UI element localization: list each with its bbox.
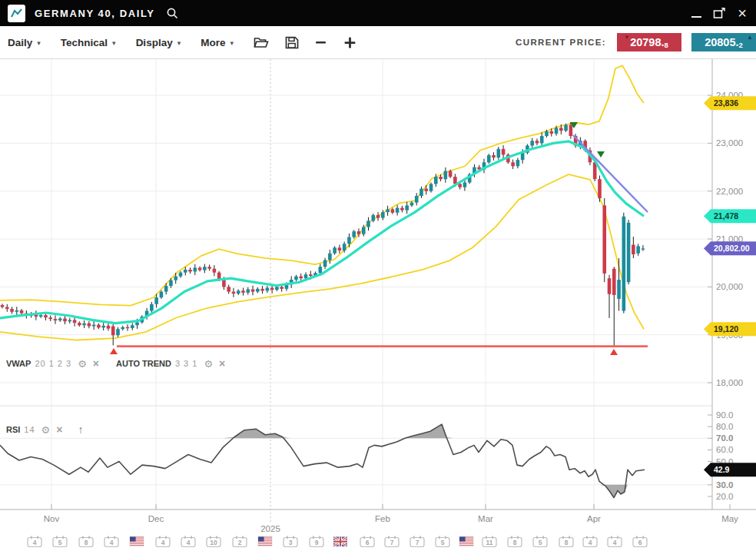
candle[interactable]	[131, 325, 134, 328]
candle[interactable]	[48, 317, 52, 319]
candle[interactable]	[497, 149, 501, 158]
candle[interactable]	[333, 247, 337, 253]
vwap-settings-gear-icon[interactable]: ⚙	[78, 359, 87, 369]
candle[interactable]	[164, 286, 168, 291]
candle[interactable]	[463, 182, 467, 187]
candle[interactable]	[617, 280, 621, 299]
candle[interactable]	[63, 318, 67, 321]
candle[interactable]	[530, 141, 534, 145]
candle[interactable]	[555, 128, 559, 133]
candle[interactable]	[213, 269, 217, 273]
candle[interactable]	[174, 277, 177, 280]
candle[interactable]	[241, 290, 245, 292]
candle[interactable]	[352, 231, 356, 237]
candle[interactable]	[391, 209, 395, 212]
candle[interactable]	[400, 207, 404, 210]
candle[interactable]	[266, 288, 270, 291]
candle[interactable]	[304, 274, 308, 278]
calendar-day-icon[interactable]: 5	[533, 536, 547, 547]
calendar-day-icon[interactable]: 8	[79, 536, 93, 547]
popout-button[interactable]	[713, 8, 726, 19]
calendar-day-icon[interactable]: 4	[156, 536, 170, 547]
candle[interactable]	[453, 177, 457, 184]
calendar-day-icon[interactable]: 4	[583, 536, 597, 547]
candle[interactable]	[540, 136, 544, 143]
candle[interactable]	[642, 248, 645, 249]
candle[interactable]	[366, 221, 370, 227]
calendar-day-icon[interactable]: 4	[104, 536, 118, 547]
candle[interactable]	[88, 324, 91, 327]
candle[interactable]	[381, 212, 385, 217]
calendar-day-icon[interactable]: 2	[233, 536, 247, 547]
save-icon[interactable]	[285, 36, 299, 49]
search-icon[interactable]	[166, 7, 179, 20]
rsi-remove-icon[interactable]: ×	[56, 424, 62, 435]
candle[interactable]	[82, 324, 86, 325]
candle[interactable]	[511, 162, 515, 166]
move-pane-up-icon[interactable]: ↑	[78, 423, 83, 436]
candle[interactable]	[97, 325, 101, 328]
candle[interactable]	[569, 125, 573, 136]
candle[interactable]	[627, 223, 631, 282]
autotrend-settings-gear-icon[interactable]: ⚙	[204, 359, 213, 369]
candle[interactable]	[502, 149, 506, 154]
close-button[interactable]: ×	[738, 6, 747, 20]
candle[interactable]	[415, 196, 419, 203]
candle[interactable]	[260, 289, 264, 290]
candle[interactable]	[246, 289, 250, 292]
candle[interactable]	[487, 155, 491, 162]
candle[interactable]	[111, 326, 115, 335]
candle[interactable]	[564, 125, 568, 131]
calendar-day-icon[interactable]: 11	[482, 536, 496, 547]
candle[interactable]	[458, 184, 462, 187]
candle[interactable]	[150, 304, 154, 311]
candle[interactable]	[251, 289, 255, 291]
candle[interactable]	[410, 203, 414, 206]
menu-daily[interactable]: Daily ▾	[8, 37, 41, 48]
buy-price-button[interactable]: 20805.2 ▲	[691, 33, 756, 51]
candle[interactable]	[636, 246, 640, 253]
candle[interactable]	[44, 315, 48, 317]
calendar-day-icon[interactable]: 3	[284, 536, 297, 547]
calendar-day-icon[interactable]: 8	[559, 536, 573, 547]
minimize-button[interactable]	[691, 9, 701, 18]
candle[interactable]	[549, 131, 553, 134]
candle[interactable]	[545, 131, 549, 136]
candle[interactable]	[39, 315, 43, 317]
candle[interactable]	[602, 205, 606, 274]
calendar-day-icon[interactable]: 7	[385, 536, 399, 547]
candle[interactable]	[612, 269, 616, 295]
calendar-day-icon[interactable]: 6	[360, 536, 374, 547]
candle[interactable]	[203, 267, 207, 270]
candle[interactable]	[10, 309, 14, 312]
candle[interactable]	[319, 267, 323, 273]
price-chart-canvas[interactable]: 24,00023,00022,00021,00020,00019,00018,0…	[0, 59, 756, 551]
candle[interactable]	[169, 280, 173, 286]
candle[interactable]	[396, 207, 400, 212]
candle[interactable]	[73, 320, 77, 323]
candle[interactable]	[232, 292, 236, 294]
candle[interactable]	[632, 244, 635, 254]
vwap-remove-icon[interactable]: ×	[93, 358, 99, 369]
candle[interactable]	[419, 189, 423, 196]
sell-price-button[interactable]: ▼ 20798.8	[617, 33, 681, 51]
calendar-day-icon[interactable]: 4	[608, 536, 622, 547]
flag-icon-us[interactable]	[130, 537, 144, 547]
candle[interactable]	[338, 247, 342, 251]
zoom-in-icon[interactable]	[343, 36, 356, 49]
candle[interactable]	[20, 310, 24, 314]
candle[interactable]	[362, 227, 366, 234]
chart-area[interactable]: 24,00023,00022,00021,00020,00019,00018,0…	[0, 59, 756, 551]
candle[interactable]	[328, 254, 332, 261]
candle[interactable]	[184, 270, 187, 273]
candle[interactable]	[405, 205, 409, 210]
candle[interactable]	[15, 310, 19, 312]
menu-technical[interactable]: Technical ▾	[61, 37, 116, 48]
candle[interactable]	[154, 297, 158, 304]
candle[interactable]	[68, 320, 71, 321]
candle[interactable]	[160, 292, 164, 297]
candle[interactable]	[237, 290, 240, 294]
candle[interactable]	[323, 260, 327, 267]
candle[interactable]	[439, 177, 443, 179]
menu-more[interactable]: More ▾	[201, 37, 234, 48]
